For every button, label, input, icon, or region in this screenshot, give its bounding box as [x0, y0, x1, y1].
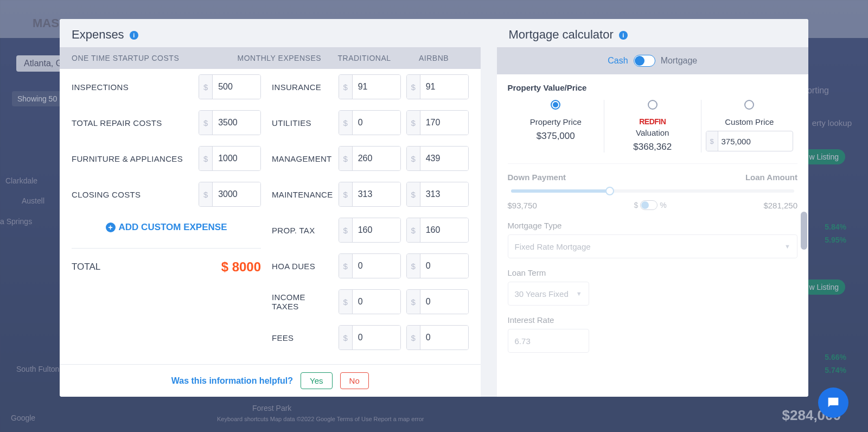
airbnb-input[interactable]	[420, 147, 468, 170]
custom-price-input[interactable]: $	[706, 131, 793, 151]
property-value-title: Property Value/Price	[508, 83, 797, 92]
mortgage-panel: Mortgage calculator i Cash Mortgage Prop…	[497, 19, 808, 397]
mortgage-type-select[interactable]: Fixed Rate Mortgage ▼	[508, 234, 797, 258]
money-input[interactable]: $	[199, 74, 261, 99]
exp-row-monthly: PROP. TAX $ $	[272, 212, 468, 248]
furniture-input[interactable]	[213, 147, 260, 170]
slider-thumb[interactable]	[605, 187, 614, 195]
plus-icon: +	[106, 223, 116, 232]
airbnb-input[interactable]	[420, 254, 468, 278]
redfin-brand: REDFIN	[609, 117, 696, 126]
airbnb-input[interactable]	[420, 182, 468, 206]
money-input-traditional[interactable]: $	[339, 218, 401, 243]
info-icon[interactable]: i	[130, 31, 138, 40]
pp-val: $375,000	[512, 131, 599, 142]
money-input-airbnb[interactable]: $	[406, 325, 469, 350]
exp-row-monthly: MANAGEMENT $ $	[272, 141, 468, 176]
bg-showing: Showing 50	[12, 91, 62, 106]
money-input[interactable]: $	[199, 182, 261, 207]
exp-label: INSURANCE	[272, 82, 333, 92]
repair-input[interactable]	[213, 111, 260, 135]
exp-row-monthly: INCOME TAXES $ $	[272, 284, 468, 320]
airbnb-input[interactable]	[420, 111, 468, 135]
interest-rate-input[interactable]	[508, 329, 589, 353]
money-input-airbnb[interactable]: $	[406, 74, 469, 99]
chat-icon	[826, 395, 841, 410]
airbnb-input[interactable]	[420, 290, 468, 314]
closing-input[interactable]	[213, 182, 260, 206]
money-input-airbnb[interactable]: $	[406, 182, 469, 207]
exp-row-repair: TOTAL REPAIR COSTS $	[72, 105, 261, 141]
exp-row-furniture: FURNITURE & APPLIANCES $	[72, 141, 261, 176]
inspections-input[interactable]	[213, 75, 260, 99]
money-input-airbnb[interactable]: $	[406, 289, 469, 314]
interest-rate-group: Interest Rate	[508, 315, 797, 353]
exp-row-monthly: UTILITIES $ $	[272, 105, 468, 141]
mortgage-label[interactable]: Mortgage	[661, 56, 698, 66]
mini-switch[interactable]	[640, 200, 658, 210]
traditional-input[interactable]	[353, 75, 400, 99]
add-custom-startup[interactable]: + ADD CUSTOM EXPENSE	[72, 212, 261, 243]
bg-rate3: 5.66%	[825, 353, 846, 361]
dp-slider[interactable]	[511, 189, 794, 193]
custom-price-field[interactable]	[718, 131, 762, 151]
helpful-yes[interactable]: Yes	[301, 372, 332, 389]
money-input-traditional[interactable]: $	[339, 146, 401, 171]
chat-button[interactable]	[818, 387, 848, 418]
money-input[interactable]: $	[199, 146, 261, 171]
cash-label[interactable]: Cash	[608, 56, 628, 66]
bg-place1: Clarkdale	[5, 176, 37, 185]
modal-scrollbar[interactable]	[801, 212, 807, 250]
traditional-input[interactable]	[353, 326, 400, 350]
radio-property[interactable]	[551, 100, 560, 110]
cash-mortgage-switch[interactable]	[634, 55, 655, 67]
traditional-input[interactable]	[353, 254, 400, 278]
dollar-label: $	[634, 201, 638, 209]
col-monthly: MONTHLY EXPENSES	[238, 54, 330, 62]
money-input-airbnb[interactable]: $	[406, 218, 469, 243]
mini-switch-knob	[641, 201, 649, 209]
traditional-input[interactable]	[353, 218, 400, 242]
col-startup: ONE TIME STARTUP COSTS	[72, 54, 238, 62]
airbnb-input[interactable]	[420, 326, 468, 350]
loan-term-select[interactable]: 30 Years Fixed ▼	[508, 282, 589, 306]
exp-row-monthly: FEES $ $	[272, 320, 468, 355]
money-input[interactable]: $	[199, 110, 261, 135]
price-opt-property[interactable]: Property Price $375,000	[508, 100, 604, 153]
airbnb-input[interactable]	[420, 218, 468, 242]
radio-custom[interactable]	[744, 100, 754, 110]
dollar-icon: $	[199, 182, 213, 206]
exp-label: PROP. TAX	[272, 226, 333, 235]
dollar-pct-toggle[interactable]: $ %	[634, 200, 666, 210]
exp-row-monthly: HOA DUES $ $	[272, 248, 468, 284]
money-input-airbnb[interactable]: $	[406, 146, 469, 171]
price-opt-custom[interactable]: Custom Price $	[701, 100, 797, 153]
money-input-traditional[interactable]: $	[339, 253, 401, 278]
dollar-icon: $	[407, 254, 420, 278]
money-input-airbnb[interactable]: $	[406, 110, 469, 135]
radio-redfin[interactable]	[648, 100, 658, 110]
traditional-input[interactable]	[353, 147, 400, 170]
startup-total: $ 8000	[221, 259, 261, 275]
traditional-input[interactable]	[353, 182, 400, 206]
dollar-icon: $	[407, 147, 420, 170]
money-input-traditional[interactable]: $	[339, 289, 401, 314]
money-input-traditional[interactable]: $	[339, 110, 401, 135]
money-input-traditional[interactable]: $	[339, 325, 401, 350]
helpful-no[interactable]: No	[340, 372, 369, 389]
price-opt-redfin[interactable]: REDFIN Valuation $368,362	[604, 100, 701, 153]
dollar-icon: $	[706, 131, 718, 151]
airbnb-input[interactable]	[420, 75, 468, 99]
add-custom-monthly[interactable]: + ADD CUSTOM EXPENSE	[272, 355, 468, 364]
info-icon[interactable]: i	[619, 31, 628, 40]
mortgage-title-text: Mortgage calculator	[509, 28, 614, 41]
money-input-airbnb[interactable]: $	[406, 253, 469, 278]
money-input-traditional[interactable]: $	[339, 74, 401, 99]
money-input-traditional[interactable]: $	[339, 182, 401, 207]
traditional-input[interactable]	[353, 290, 400, 314]
lt-value: 30 Years Fixed	[515, 289, 569, 298]
traditional-input[interactable]	[353, 111, 400, 135]
dollar-icon: $	[339, 75, 353, 99]
dp-label: Down Payment	[508, 173, 566, 182]
bg-place5: Forest Park	[252, 404, 291, 412]
